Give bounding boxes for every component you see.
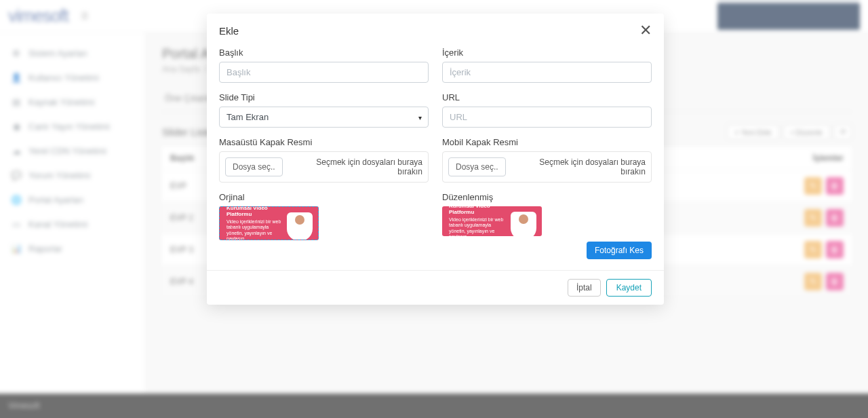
modal-title: Ekle <box>219 25 239 37</box>
mobile-dropzone[interactable]: Dosya seç.. Seçmek için dosyaları buraya… <box>442 151 652 183</box>
banner-sub: Video içeriklerinizi bir web tabanlı uyg… <box>449 217 506 236</box>
edited-thumbnail[interactable]: Kurumsal Video Platformu Video içerikler… <box>442 206 542 236</box>
person-image-icon <box>511 212 536 236</box>
icerik-input[interactable] <box>442 62 652 83</box>
baslik-input[interactable] <box>219 62 429 83</box>
icerik-label: İçerik <box>442 48 652 58</box>
save-button[interactable]: Kaydet <box>606 279 652 297</box>
slide-tipi-label: Slide Tipi <box>219 92 429 102</box>
desktop-file-button[interactable]: Dosya seç.. <box>225 157 283 176</box>
person-image-icon <box>287 212 313 240</box>
mobile-file-button[interactable]: Dosya seç.. <box>448 157 506 176</box>
baslik-label: Başlık <box>219 48 429 58</box>
modal-close-button[interactable]: ✕ <box>639 23 652 38</box>
original-thumbnail[interactable]: Kurumsal Video Platformu Video içerikler… <box>219 206 319 240</box>
banner-sub: Video içeriklerinizi bir web tabanlı uyg… <box>226 219 283 240</box>
url-label: URL <box>442 92 652 102</box>
slide-type-select[interactable]: Tam Ekran <box>219 107 429 128</box>
url-input[interactable] <box>442 107 652 128</box>
cancel-button[interactable]: İptal <box>568 279 601 297</box>
desktop-drop-text: Seçmek için dosyaları buraya bırakın <box>291 157 422 176</box>
original-thumb-label: Orjinal <box>219 192 429 202</box>
edited-thumb-label: Düzenlenmiş <box>442 192 652 202</box>
mobile-drop-text: Seçmek için dosyaları buraya bırakın <box>514 157 646 176</box>
add-slider-modal: Ekle ✕ Başlık İçerik Slide Tipi Tam Ekra… <box>207 14 664 305</box>
close-icon: ✕ <box>639 22 652 39</box>
banner-title: Kurumsal Video Platformu <box>226 206 283 218</box>
mobile-cover-label: Mobil Kapak Resmi <box>442 137 652 147</box>
banner-title: Kurumsal Video Platformu <box>449 206 506 216</box>
desktop-dropzone[interactable]: Dosya seç.. Seçmek için dosyaları buraya… <box>219 151 429 183</box>
desktop-cover-label: Masaüstü Kapak Resmi <box>219 137 429 147</box>
crop-photo-button[interactable]: Fotoğrafı Kes <box>587 242 652 259</box>
